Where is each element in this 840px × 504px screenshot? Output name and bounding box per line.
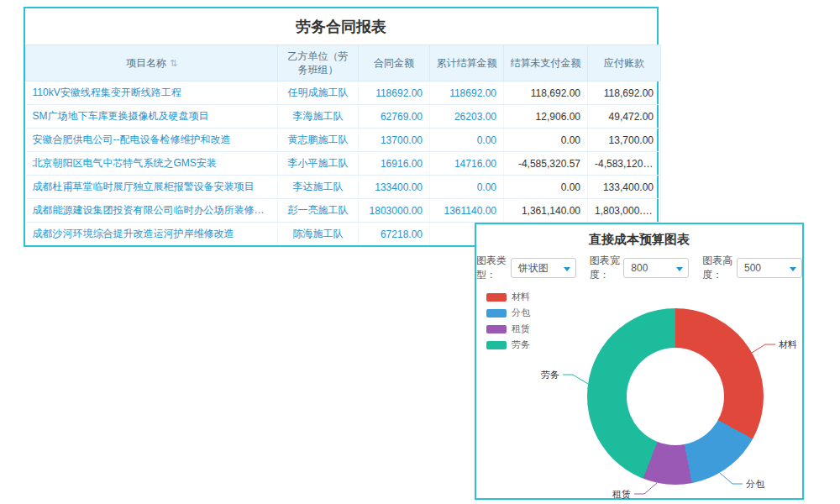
labor-contract-table: 项目名称⇅乙方单位（劳务班组）合同金额累计结算金额结算未支付金额应付账款 110… [25,45,661,245]
project-name-cell: 110kV安徽线程集变开断线路工程 [26,81,278,105]
column-header-2: 合同金额 [359,45,430,81]
legend-item[interactable]: 材料 [486,291,530,303]
pie-chart-area: 材料分包租赁劳务 材料 分包 租赁 劳务 [476,286,802,504]
table-cell: 26203.00 [430,105,504,129]
table-cell: 13700.00 [359,129,430,152]
label-line-lease [634,483,657,494]
table-cell: 118692.00 [430,81,504,105]
table-header-row: 项目名称⇅乙方单位（劳务班组）合同金额累计结算金额结算未支付金额应付账款 [26,45,661,81]
table-cell: 李海施工队 [278,105,359,129]
table-cell: 李达施工队 [278,176,359,199]
caret-down-icon [564,267,570,271]
table-row: 110kV安徽线程集变开断线路工程任明成施工队118692.00118692.0… [26,81,661,105]
chart-title: 直接成本预算图表 [476,224,802,254]
table-cell: 0.00 [504,176,588,199]
column-header-5: 应付账款 [588,45,661,81]
table-cell: 67218.00 [359,223,430,246]
table-cell: 黄志鹏施工队 [278,129,359,152]
chart-width-select[interactable]: 800 [623,258,689,278]
chart-controls: 图表类型： 饼状图 图表宽度： 800 图表高度： 500 [476,254,802,282]
table-cell: 彭一亮施工队 [278,199,359,223]
legend-label: 劳务 [512,339,530,351]
project-name-cell: 成都沙河环境综合提升改造运河护岸维修改造 [26,223,278,246]
caret-down-icon [676,267,683,271]
column-header-1: 乙方单位（劳务班组） [278,45,359,81]
table-cell: 13,700.00 [588,129,661,152]
chart-height-value: 500 [744,262,761,274]
report-title: 劳务合同报表 [25,8,657,45]
table-cell: 0.00 [504,129,588,152]
chart-height-label: 图表高度： [702,254,734,282]
donut-chart[interactable] [587,308,764,485]
project-name-cell: SM广场地下车库更换摄像机及硬盘项目 [26,105,278,129]
table-cell: 陈海施工队 [278,223,359,246]
column-header-label: 累计结算金额 [437,57,497,69]
pie-label-material: 材料 [779,339,797,349]
table-cell: 133400.00 [359,176,430,199]
table-row: 北京朝阳区电气中芯特气系统之GMS安装李小平施工队16916.0014716.0… [26,152,661,176]
table-row: SM广场地下车库更换摄像机及硬盘项目李海施工队62769.0026203.001… [26,105,661,129]
table-body: 110kV安徽线程集变开断线路工程任明成施工队118692.00118692.0… [26,81,661,246]
table-cell: 14716.00 [430,152,504,176]
table-cell: 0.00 [430,176,504,199]
legend-item[interactable]: 分包 [486,307,530,319]
legend-swatch [486,309,507,318]
chart-type-value: 饼状图 [518,262,549,274]
chart-height-select[interactable]: 500 [737,258,802,278]
legend-label: 租赁 [512,323,530,335]
column-header-label: 项目名称 [126,57,166,69]
legend-swatch [486,293,507,302]
table-cell: -4,583,120.57 [588,152,661,176]
legend-item[interactable]: 租赁 [486,323,530,335]
labor-contract-report-card: 劳务合同报表 项目名称⇅乙方单位（劳务班组）合同金额累计结算金额结算未支付金额应… [24,7,659,247]
column-header-4: 结算未支付金额 [504,45,588,81]
pie-label-subcontract: 分包 [746,479,765,489]
table-cell: 任明成施工队 [278,81,359,105]
table-cell: 118692.00 [359,81,430,105]
table-cell: 118,692.00 [504,81,588,105]
table-row: 安徽合肥供电公司--配电设备检修维护和改造黄志鹏施工队13700.000.000… [26,129,661,152]
column-header-0: 项目名称⇅ [26,45,278,81]
legend-swatch [486,341,507,349]
table-cell: 李小平施工队 [278,152,359,176]
table-cell: 0.00 [430,129,504,152]
chart-width-value: 800 [631,262,648,274]
table-cell: 49,472.00 [588,105,661,129]
column-header-label: 合同金额 [374,57,414,69]
cost-budget-chart-panel: 直接成本预算图表 图表类型： 饼状图 图表宽度： 800 图表高度： 500 材… [475,223,804,500]
table-cell: 1,361,140.00 [504,199,588,223]
pie-label-lease: 租赁 [612,489,631,499]
chart-width-label: 图表宽度： [590,254,622,282]
column-header-label: 应付账款 [604,57,644,69]
project-name-cell: 安徽合肥供电公司--配电设备检修维护和改造 [26,129,278,152]
project-name-cell: 成都能源建设集团投资有限公司临时办公场所装修改造工程EPC [26,199,278,223]
table-cell: 1361140.00 [430,199,504,223]
chart-legend: 材料分包租赁劳务 [486,291,530,351]
chart-width-control: 图表宽度： 800 [590,254,690,282]
column-header-label: 结算未支付金额 [511,57,581,69]
chart-type-label: 图表类型： [476,254,508,282]
table-row: 成都能源建设集团投资有限公司临时办公场所装修改造工程EPC彭一亮施工队18030… [26,199,661,223]
table-cell: 12,906.00 [504,105,588,129]
table-cell: 16916.00 [359,152,430,176]
project-name-cell: 北京朝阳区电气中芯特气系统之GMS安装 [26,152,278,176]
chart-type-control: 图表类型： 饼状图 [476,254,576,282]
chart-height-control: 图表高度： 500 [702,254,802,282]
legend-item[interactable]: 劳务 [486,339,530,351]
label-line-subcontract [720,473,743,484]
table-cell: 1803000.00 [359,199,430,223]
legend-label: 分包 [512,307,530,319]
table-cell: -4,585,320.57 [504,152,588,176]
table-cell: 62769.00 [359,105,430,129]
caret-down-icon [790,267,796,271]
label-line-material [752,344,775,353]
project-name-cell: 成都杜甫草堂临时展厅独立展柜报警设备安装项目 [26,176,278,199]
chart-type-select[interactable]: 饼状图 [511,258,576,278]
column-header-3: 累计结算金额 [430,45,504,81]
table-cell: 118,692.00 [588,81,661,105]
table-cell: 133,400.00 [588,176,661,199]
table-cell: 1,803,000.00 [588,199,661,223]
label-line-labor [563,375,588,384]
legend-label: 材料 [512,291,530,303]
sort-icon[interactable]: ⇅ [170,58,177,68]
